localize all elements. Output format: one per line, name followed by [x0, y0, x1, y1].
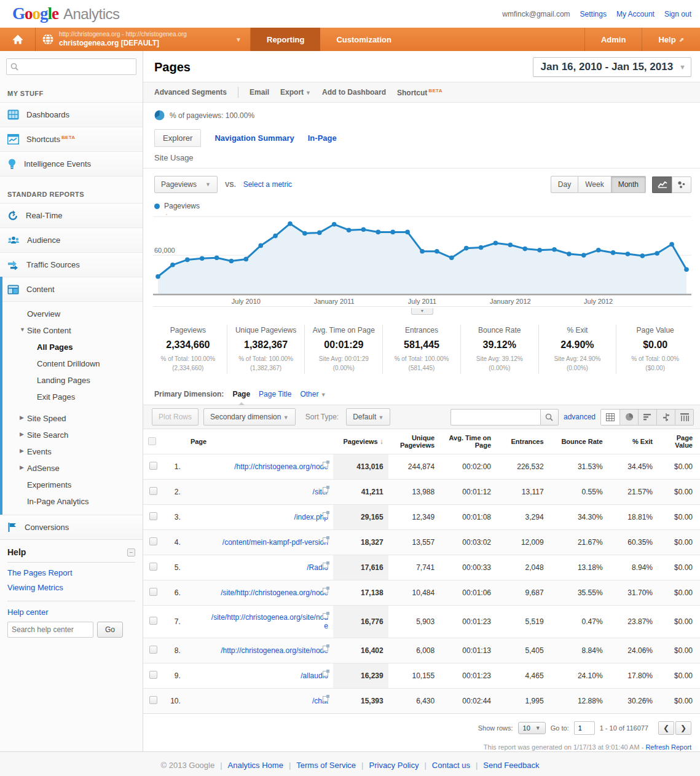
- row-checkbox[interactable]: [149, 617, 157, 625]
- settings-link[interactable]: Settings: [580, 10, 607, 18]
- page-link[interactable]: /site/http://christogenea.org/node: [221, 588, 328, 597]
- sidebar-item-content-drilldown[interactable]: Content Drilldown: [2, 355, 143, 372]
- sidebar-item-adsense[interactable]: ▶AdSense: [2, 460, 143, 477]
- granularity-week-button[interactable]: Week: [578, 176, 611, 193]
- sidebar-item-traffic-sources[interactable]: Traffic Sources: [0, 252, 143, 277]
- open-in-new-window-icon[interactable]: [323, 613, 328, 619]
- sidebar-item-landing-pages[interactable]: Landing Pages: [2, 372, 143, 389]
- tab-reporting[interactable]: Reporting: [251, 28, 320, 51]
- dimension-page[interactable]: Page: [232, 390, 250, 398]
- column-header-page[interactable]: Page: [186, 429, 333, 454]
- line-chart-view-button[interactable]: [652, 176, 672, 193]
- column-header-bounce-rate[interactable]: Bounce Rate: [549, 429, 608, 454]
- tab-customization[interactable]: Customization: [320, 28, 407, 51]
- email-button[interactable]: Email: [250, 88, 269, 97]
- row-checkbox[interactable]: [149, 512, 157, 520]
- table-search-input[interactable]: [450, 409, 540, 426]
- sidebar-item-exit-pages[interactable]: Exit Pages: [2, 389, 143, 405]
- open-in-new-window-icon[interactable]: [323, 646, 328, 651]
- help-search-go-button[interactable]: Go: [97, 622, 123, 638]
- dimension-page-title[interactable]: Page Title: [259, 390, 291, 398]
- page-link[interactable]: /http://christogenea.org/node: [234, 462, 328, 471]
- home-button[interactable]: [0, 28, 36, 51]
- row-checkbox[interactable]: [149, 588, 157, 596]
- column-header-page-value[interactable]: Page Value: [658, 429, 700, 454]
- open-in-new-window-icon[interactable]: [323, 487, 328, 493]
- my-account-link[interactable]: My Account: [616, 10, 655, 18]
- page-link[interactable]: /site/http://christogenea.org/site/node: [208, 613, 328, 630]
- comparison-view-button[interactable]: [656, 410, 675, 425]
- dimension-other[interactable]: Other ▼: [300, 390, 326, 398]
- sidebar-item-experiments[interactable]: Experiments: [2, 477, 143, 493]
- page-link[interactable]: /http://christogenea.org/site/node: [221, 646, 328, 655]
- help-search-input[interactable]: [7, 622, 93, 638]
- open-in-new-window-icon[interactable]: [323, 696, 328, 702]
- open-in-new-window-icon[interactable]: [323, 563, 328, 568]
- sidebar-item-in-page-analytics[interactable]: In-Page Analytics: [2, 493, 143, 510]
- footer-link[interactable]: Send Feedback: [483, 761, 539, 770]
- row-checkbox[interactable]: [149, 696, 157, 704]
- shortcut-button[interactable]: ShortcutBETA: [397, 88, 442, 97]
- previous-page-button[interactable]: ❮: [658, 721, 674, 735]
- row-checkbox[interactable]: [149, 646, 157, 654]
- row-checkbox[interactable]: [149, 563, 157, 571]
- help-link-viewing-metrics[interactable]: Viewing Metrics: [7, 577, 135, 592]
- granularity-month-button[interactable]: Month: [612, 176, 646, 193]
- sort-type-dropdown[interactable]: Default ▼: [346, 408, 390, 426]
- sidebar-item-conversions[interactable]: Conversions: [0, 515, 143, 539]
- open-in-new-window-icon[interactable]: [323, 537, 328, 543]
- goto-page-input[interactable]: [574, 721, 595, 735]
- sidebar-search-box[interactable]: [6, 58, 136, 75]
- export-button[interactable]: Export▼: [280, 88, 311, 97]
- advanced-segments-button[interactable]: Advanced Segments: [154, 88, 227, 97]
- chart-collapse-tab[interactable]: ▼: [411, 308, 433, 315]
- row-checkbox[interactable]: [149, 487, 157, 495]
- sidebar-item-site-search[interactable]: ▶Site Search: [2, 427, 143, 443]
- sidebar-item-real-time[interactable]: Real-Time: [0, 203, 143, 228]
- sidebar-item-intelligence-events[interactable]: Intelligence Events: [0, 151, 143, 176]
- open-in-new-window-icon[interactable]: [323, 671, 328, 676]
- footer-link[interactable]: Contact us: [432, 761, 470, 770]
- page-link[interactable]: /content/mein-kampf-pdf-version: [222, 538, 328, 547]
- pivot-view-button[interactable]: [675, 410, 693, 425]
- metric-dropdown[interactable]: Pageviews▼: [154, 176, 218, 193]
- column-header-pct-exit[interactable]: % Exit: [608, 429, 658, 454]
- tab-help[interactable]: Help⬈: [642, 28, 700, 51]
- date-range-selector[interactable]: Jan 16, 2010 - Jan 15, 2013 ▼: [533, 57, 691, 77]
- help-link-pages-report[interactable]: The Pages Report: [7, 563, 135, 577]
- sign-out-link[interactable]: Sign out: [664, 10, 691, 18]
- tab-explorer[interactable]: Explorer: [154, 129, 201, 147]
- select-all-checkbox[interactable]: [148, 437, 156, 445]
- plot-rows-button[interactable]: Plot Rows: [152, 408, 199, 426]
- sidebar-search-input[interactable]: [22, 62, 132, 72]
- footer-link[interactable]: Privacy Policy: [369, 761, 419, 770]
- secondary-dimension-dropdown[interactable]: Secondary dimension ▼: [203, 408, 296, 426]
- column-header-pageviews[interactable]: Pageviews↓: [333, 429, 388, 454]
- open-in-new-window-icon[interactable]: [323, 512, 328, 518]
- sidebar-item-content[interactable]: Content: [2, 277, 143, 301]
- sidebar-item-audience[interactable]: Audience: [0, 228, 143, 252]
- next-page-button[interactable]: ❯: [675, 721, 691, 735]
- sidebar-item-all-pages[interactable]: All Pages: [2, 339, 143, 355]
- row-checkbox[interactable]: [149, 537, 157, 545]
- column-header-entrances[interactable]: Entrances: [496, 429, 549, 454]
- footer-link[interactable]: Terms of Service: [296, 761, 356, 770]
- performance-view-button[interactable]: [638, 410, 656, 425]
- add-to-dashboard-button[interactable]: Add to Dashboard: [322, 88, 386, 97]
- percentage-view-button[interactable]: [619, 410, 638, 425]
- tab-navigation-summary[interactable]: Navigation Summary: [214, 133, 294, 147]
- sidebar-item-site-content[interactable]: ▼Site Content: [2, 322, 143, 339]
- sidebar-item-site-speed[interactable]: ▶Site Speed: [2, 410, 143, 427]
- column-header-unique-pageviews[interactable]: Unique Pageviews: [388, 429, 440, 454]
- table-view-button[interactable]: [601, 410, 619, 425]
- footer-link[interactable]: Analytics Home: [228, 761, 283, 770]
- sidebar-item-overview[interactable]: Overview: [2, 306, 143, 322]
- collapse-panel-icon[interactable]: −: [127, 548, 135, 556]
- table-search-button[interactable]: [540, 409, 559, 426]
- refresh-report-link[interactable]: Refresh Report: [645, 743, 691, 751]
- open-in-new-window-icon[interactable]: [323, 588, 328, 593]
- sidebar-item-events[interactable]: ▶Events: [2, 443, 143, 460]
- sidebar-item-shortcuts[interactable]: ShortcutsBETA: [0, 127, 143, 151]
- open-in-new-window-icon[interactable]: [323, 462, 328, 467]
- motion-chart-view-button[interactable]: [672, 176, 691, 193]
